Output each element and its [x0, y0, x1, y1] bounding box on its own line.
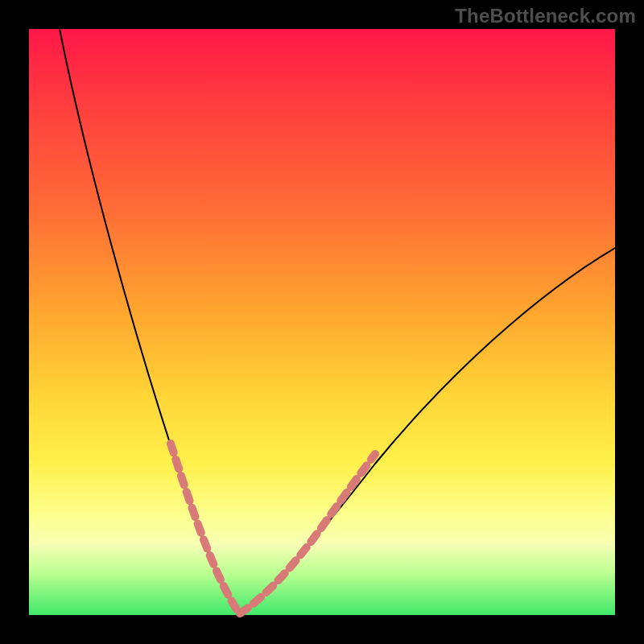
- curve-left-branch: [60, 29, 241, 613]
- bead-overlay-right: [240, 454, 375, 613]
- curve-layer: [29, 29, 615, 615]
- bead-overlay-left: [171, 444, 238, 612]
- watermark-text: TheBottleneck.com: [455, 5, 636, 27]
- chart-stage: TheBottleneck.com: [0, 0, 644, 644]
